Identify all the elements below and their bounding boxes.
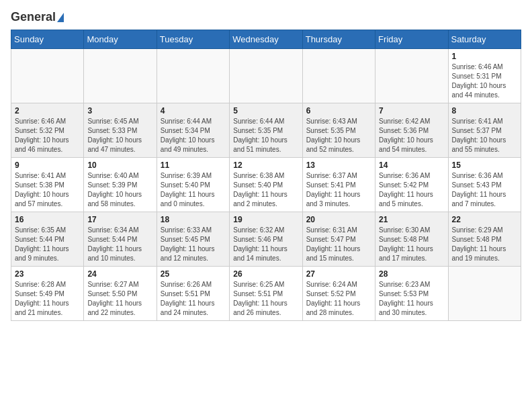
day-number: 15 (452, 161, 517, 170)
day-info: Sunrise: 6:46 AM Sunset: 5:32 PM Dayligh… (15, 117, 80, 154)
calendar-cell: 19Sunrise: 6:32 AM Sunset: 5:46 PM Dayli… (230, 212, 302, 266)
day-number: 23 (15, 269, 80, 279)
calendar-cell: 11Sunrise: 6:39 AM Sunset: 5:40 PM Dayli… (157, 157, 229, 212)
day-number: 1 (452, 52, 517, 61)
day-info: Sunrise: 6:29 AM Sunset: 5:48 PM Dayligh… (452, 226, 517, 263)
day-info: Sunrise: 6:39 AM Sunset: 5:40 PM Dayligh… (161, 171, 226, 209)
day-number: 3 (87, 106, 152, 116)
calendar-cell: 6Sunrise: 6:43 AM Sunset: 5:35 PM Daylig… (302, 103, 375, 157)
col-header-saturday: Saturday (448, 30, 521, 48)
calendar-cell: 16Sunrise: 6:35 AM Sunset: 5:44 PM Dayli… (11, 212, 84, 266)
day-number: 17 (87, 215, 152, 224)
day-info: Sunrise: 6:44 AM Sunset: 5:34 PM Dayligh… (161, 117, 226, 154)
calendar-cell: 5Sunrise: 6:44 AM Sunset: 5:35 PM Daylig… (230, 103, 302, 157)
day-info: Sunrise: 6:40 AM Sunset: 5:39 PM Dayligh… (87, 171, 152, 209)
calendar-cell: 13Sunrise: 6:37 AM Sunset: 5:41 PM Dayli… (302, 157, 375, 212)
logo: General (11, 11, 64, 24)
calendar-week-row: 23Sunrise: 6:28 AM Sunset: 5:49 PM Dayli… (11, 266, 521, 320)
day-info: Sunrise: 6:44 AM Sunset: 5:35 PM Dayligh… (233, 117, 298, 154)
calendar-cell: 8Sunrise: 6:41 AM Sunset: 5:37 PM Daylig… (448, 103, 521, 157)
day-number: 18 (161, 215, 226, 224)
calendar-table: SundayMondayTuesdayWednesdayThursdayFrid… (11, 30, 521, 321)
calendar-cell: 20Sunrise: 6:31 AM Sunset: 5:47 PM Dayli… (302, 212, 375, 266)
calendar-week-row: 1Sunrise: 6:46 AM Sunset: 5:31 PM Daylig… (11, 48, 521, 103)
day-info: Sunrise: 6:31 AM Sunset: 5:47 PM Dayligh… (306, 226, 371, 263)
day-info: Sunrise: 6:42 AM Sunset: 5:36 PM Dayligh… (379, 117, 444, 154)
day-info: Sunrise: 6:28 AM Sunset: 5:49 PM Dayligh… (15, 280, 80, 318)
day-number: 8 (452, 106, 517, 116)
day-number: 5 (233, 106, 298, 116)
day-number: 22 (452, 215, 517, 224)
day-info: Sunrise: 6:46 AM Sunset: 5:31 PM Dayligh… (452, 62, 517, 100)
calendar-cell: 23Sunrise: 6:28 AM Sunset: 5:49 PM Dayli… (11, 266, 84, 320)
calendar-cell (11, 48, 84, 103)
day-info: Sunrise: 6:30 AM Sunset: 5:48 PM Dayligh… (379, 226, 444, 263)
day-info: Sunrise: 6:38 AM Sunset: 5:40 PM Dayligh… (233, 171, 298, 209)
calendar-cell: 7Sunrise: 6:42 AM Sunset: 5:36 PM Daylig… (375, 103, 448, 157)
day-info: Sunrise: 6:33 AM Sunset: 5:45 PM Dayligh… (161, 226, 226, 263)
day-number: 13 (306, 161, 371, 170)
calendar-cell: 24Sunrise: 6:27 AM Sunset: 5:50 PM Dayli… (84, 266, 157, 320)
calendar-cell: 15Sunrise: 6:36 AM Sunset: 5:43 PM Dayli… (448, 157, 521, 212)
day-info: Sunrise: 6:43 AM Sunset: 5:35 PM Dayligh… (306, 117, 371, 154)
day-number: 27 (306, 269, 371, 279)
col-header-sunday: Sunday (11, 30, 84, 48)
day-number: 11 (161, 161, 226, 170)
calendar-cell (230, 48, 302, 103)
day-info: Sunrise: 6:41 AM Sunset: 5:38 PM Dayligh… (15, 171, 80, 209)
day-info: Sunrise: 6:34 AM Sunset: 5:44 PM Dayligh… (87, 226, 152, 263)
day-number: 25 (161, 269, 226, 279)
calendar-cell: 10Sunrise: 6:40 AM Sunset: 5:39 PM Dayli… (84, 157, 157, 212)
calendar-week-row: 2Sunrise: 6:46 AM Sunset: 5:32 PM Daylig… (11, 103, 521, 157)
calendar-cell (448, 266, 521, 320)
day-number: 26 (233, 269, 298, 279)
calendar-header-row: SundayMondayTuesdayWednesdayThursdayFrid… (11, 30, 521, 48)
day-info: Sunrise: 6:26 AM Sunset: 5:51 PM Dayligh… (161, 280, 226, 318)
day-info: Sunrise: 6:32 AM Sunset: 5:46 PM Dayligh… (233, 226, 298, 263)
day-info: Sunrise: 6:35 AM Sunset: 5:44 PM Dayligh… (15, 226, 80, 263)
day-info: Sunrise: 6:25 AM Sunset: 5:51 PM Dayligh… (233, 280, 298, 318)
calendar-cell: 21Sunrise: 6:30 AM Sunset: 5:48 PM Dayli… (375, 212, 448, 266)
day-info: Sunrise: 6:36 AM Sunset: 5:43 PM Dayligh… (452, 171, 517, 209)
calendar-week-row: 16Sunrise: 6:35 AM Sunset: 5:44 PM Dayli… (11, 212, 521, 266)
day-number: 10 (87, 161, 152, 170)
page-header: General (11, 11, 521, 24)
calendar-week-row: 9Sunrise: 6:41 AM Sunset: 5:38 PM Daylig… (11, 157, 521, 212)
day-number: 24 (87, 269, 152, 279)
day-number: 14 (379, 161, 444, 170)
logo-general: General (11, 11, 56, 24)
calendar-cell: 9Sunrise: 6:41 AM Sunset: 5:38 PM Daylig… (11, 157, 84, 212)
calendar-cell: 17Sunrise: 6:34 AM Sunset: 5:44 PM Dayli… (84, 212, 157, 266)
day-number: 12 (233, 161, 298, 170)
day-info: Sunrise: 6:41 AM Sunset: 5:37 PM Dayligh… (452, 117, 517, 154)
day-info: Sunrise: 6:24 AM Sunset: 5:52 PM Dayligh… (306, 280, 371, 318)
day-number: 6 (306, 106, 371, 116)
day-number: 4 (161, 106, 226, 116)
calendar-cell: 22Sunrise: 6:29 AM Sunset: 5:48 PM Dayli… (448, 212, 521, 266)
calendar-cell: 2Sunrise: 6:46 AM Sunset: 5:32 PM Daylig… (11, 103, 84, 157)
calendar-cell (375, 48, 448, 103)
col-header-wednesday: Wednesday (230, 30, 302, 48)
day-info: Sunrise: 6:27 AM Sunset: 5:50 PM Dayligh… (87, 280, 152, 318)
calendar-cell: 12Sunrise: 6:38 AM Sunset: 5:40 PM Dayli… (230, 157, 302, 212)
day-number: 28 (379, 269, 444, 279)
calendar-cell: 3Sunrise: 6:45 AM Sunset: 5:33 PM Daylig… (84, 103, 157, 157)
day-number: 2 (15, 106, 80, 116)
day-info: Sunrise: 6:37 AM Sunset: 5:41 PM Dayligh… (306, 171, 371, 209)
calendar-cell: 18Sunrise: 6:33 AM Sunset: 5:45 PM Dayli… (157, 212, 229, 266)
calendar-cell: 14Sunrise: 6:36 AM Sunset: 5:42 PM Dayli… (375, 157, 448, 212)
calendar-cell: 26Sunrise: 6:25 AM Sunset: 5:51 PM Dayli… (230, 266, 302, 320)
day-info: Sunrise: 6:36 AM Sunset: 5:42 PM Dayligh… (379, 171, 444, 209)
calendar-cell (302, 48, 375, 103)
day-info: Sunrise: 6:45 AM Sunset: 5:33 PM Dayligh… (87, 117, 152, 154)
day-number: 7 (379, 106, 444, 116)
day-info: Sunrise: 6:23 AM Sunset: 5:53 PM Dayligh… (379, 280, 444, 318)
day-number: 9 (15, 161, 80, 170)
logo-triangle-icon (57, 13, 64, 22)
col-header-tuesday: Tuesday (157, 30, 229, 48)
calendar-cell: 1Sunrise: 6:46 AM Sunset: 5:31 PM Daylig… (448, 48, 521, 103)
col-header-monday: Monday (84, 30, 157, 48)
col-header-friday: Friday (375, 30, 448, 48)
calendar-cell: 27Sunrise: 6:24 AM Sunset: 5:52 PM Dayli… (302, 266, 375, 320)
calendar-cell (157, 48, 229, 103)
